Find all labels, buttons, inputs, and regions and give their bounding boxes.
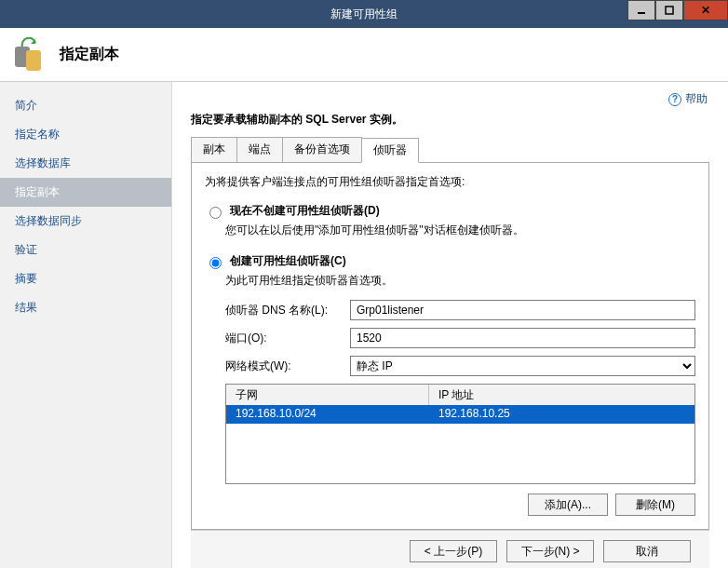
close-button[interactable]: ✕ <box>683 0 728 20</box>
dns-label: 侦听器 DNS 名称(L): <box>225 303 350 318</box>
sidebar-item-results[interactable]: 结果 <box>0 293 171 322</box>
window-buttons: ✕ <box>627 0 728 20</box>
nav-sidebar: 简介 指定名称 选择数据库 指定副本 选择数据同步 验证 摘要 结果 <box>0 82 172 568</box>
radio-create-label: 创建可用性组侦听器(C) <box>230 253 346 269</box>
radio-create[interactable] <box>209 257 222 269</box>
delete-button[interactable]: 删除(M) <box>615 494 695 516</box>
database-sync-icon <box>15 39 47 71</box>
sidebar-item-name[interactable]: 指定名称 <box>0 120 171 149</box>
mode-label: 网络模式(W): <box>225 358 350 374</box>
listener-intro: 为将提供客户端连接点的可用性组侦听器指定首选项: <box>205 174 695 190</box>
help-link[interactable]: ? 帮助 <box>668 91 708 107</box>
radio-dont-create[interactable] <box>209 207 222 219</box>
sidebar-item-replicas[interactable]: 指定副本 <box>0 178 171 207</box>
wizard-footer: < 上一步(P) 下一步(N) > 取消 <box>191 530 709 568</box>
tab-endpoints[interactable]: 端点 <box>236 137 283 162</box>
tab-backup[interactable]: 备份首选项 <box>282 137 362 162</box>
radio-dont-create-sub: 您可以在以后使用"添加可用性组侦听器"对话框创建侦听器。 <box>225 223 695 238</box>
col-subnet[interactable]: 子网 <box>226 385 429 405</box>
next-button[interactable]: 下一步(N) > <box>506 540 594 562</box>
grid-header: 子网 IP 地址 <box>226 385 694 405</box>
sidebar-item-databases[interactable]: 选择数据库 <box>0 149 171 178</box>
col-ip[interactable]: IP 地址 <box>429 385 694 405</box>
window-title: 新建可用性组 <box>0 7 728 22</box>
cell-subnet: 192.168.10.0/24 <box>226 405 429 424</box>
tab-body-listener: 为将提供客户端连接点的可用性组侦听器指定首选项: 现在不创建可用性组侦听器(D)… <box>191 163 709 530</box>
radio-create-sub: 为此可用性组指定侦听器首选项。 <box>225 273 695 289</box>
sidebar-item-intro[interactable]: 简介 <box>0 91 171 120</box>
port-input[interactable] <box>350 328 695 348</box>
dns-input[interactable] <box>350 300 695 320</box>
tabstrip: 副本 端点 备份首选项 侦听器 <box>191 137 709 163</box>
ip-grid[interactable]: 子网 IP 地址 192.168.10.0/24 192.168.10.25 <box>225 384 695 484</box>
sidebar-item-summary[interactable]: 摘要 <box>0 264 171 293</box>
page-title: 指定副本 <box>60 45 119 64</box>
main-panel: ? 帮助 指定要承载辅助副本的 SQL Server 实例。 副本 端点 备份首… <box>172 82 728 568</box>
cancel-button[interactable]: 取消 <box>603 540 691 562</box>
sidebar-item-validate[interactable]: 验证 <box>0 236 171 264</box>
cell-ip: 192.168.10.25 <box>429 405 519 424</box>
sidebar-item-sync[interactable]: 选择数据同步 <box>0 207 171 236</box>
radio-dont-create-label: 现在不创建可用性组侦听器(D) <box>230 203 380 219</box>
tab-replicas[interactable]: 副本 <box>191 137 237 162</box>
wizard-header: 指定副本 <box>0 28 728 82</box>
help-label: 帮助 <box>685 91 708 107</box>
port-label: 端口(O): <box>225 331 350 346</box>
titlebar: 新建可用性组 ✕ <box>0 0 728 28</box>
minimize-button[interactable] <box>627 0 655 20</box>
mode-select[interactable]: 静态 IP <box>350 356 695 376</box>
table-row[interactable]: 192.168.10.0/24 192.168.10.25 <box>226 405 694 424</box>
add-button[interactable]: 添加(A)... <box>528 494 608 516</box>
help-icon: ? <box>668 93 681 106</box>
instruction-text: 指定要承载辅助副本的 SQL Server 实例。 <box>191 112 709 128</box>
prev-button[interactable]: < 上一步(P) <box>410 540 497 562</box>
tab-listener[interactable]: 侦听器 <box>361 138 419 163</box>
svg-rect-1 <box>666 7 673 14</box>
maximize-button[interactable] <box>655 0 683 20</box>
